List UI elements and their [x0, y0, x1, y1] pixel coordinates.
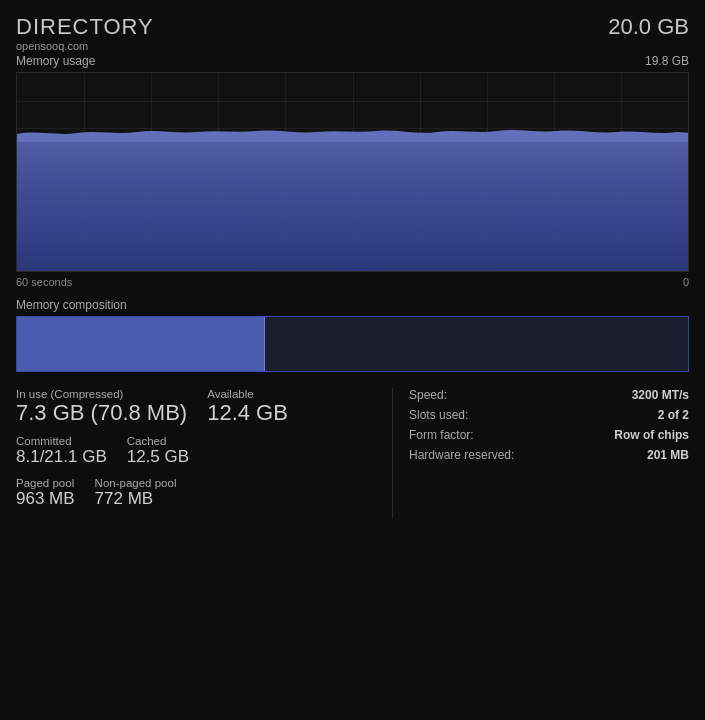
stat-non-paged-pool: Non-paged pool 772 MB	[95, 477, 177, 509]
header-row: DIRECTORY opensooq.com 20.0 GB	[16, 14, 689, 52]
paged-pool-label: Paged pool	[16, 477, 75, 489]
form-factor-label: Form factor:	[409, 428, 474, 442]
hardware-reserved-row: Hardware reserved: 201 MB	[409, 448, 689, 462]
composition-used	[17, 317, 265, 371]
memory-usage-row: Memory usage 19.8 GB	[16, 54, 689, 68]
inline-stats-top: In use (Compressed) 7.3 GB (70.8 MB) Ava…	[16, 388, 376, 435]
logo-area: DIRECTORY opensooq.com	[16, 14, 154, 52]
in-use-label: In use (Compressed)	[16, 388, 187, 400]
committed-label: Committed	[16, 435, 107, 447]
stats-left: In use (Compressed) 7.3 GB (70.8 MB) Ava…	[16, 388, 376, 519]
available-value: 12.4 GB	[207, 401, 288, 425]
stats-section: In use (Compressed) 7.3 GB (70.8 MB) Ava…	[16, 388, 689, 519]
speed-value: 3200 MT/s	[632, 388, 689, 402]
chart-time-row: 60 seconds 0	[16, 276, 689, 288]
memory-chart	[16, 72, 689, 272]
form-factor-value: Row of chips	[614, 428, 689, 442]
stat-committed: Committed 8.1/21.1 GB	[16, 435, 107, 467]
composition-label: Memory composition	[16, 298, 689, 312]
main-container: DIRECTORY opensooq.com 20.0 GB Memory us…	[0, 0, 705, 720]
slots-row: Slots used: 2 of 2	[409, 408, 689, 422]
available-label: Available	[207, 388, 288, 400]
hardware-reserved-value: 201 MB	[647, 448, 689, 462]
cached-value: 12.5 GB	[127, 448, 189, 467]
stat-cached: Cached 12.5 GB	[127, 435, 189, 467]
hardware-reserved-label: Hardware reserved:	[409, 448, 514, 462]
app-title: DIRECTORY	[16, 14, 154, 40]
total-memory-value: 20.0 GB	[608, 14, 689, 40]
composition-bar	[16, 316, 689, 372]
non-paged-pool-label: Non-paged pool	[95, 477, 177, 489]
stat-available: Available 12.4 GB	[207, 388, 288, 425]
memory-usage-value: 19.8 GB	[645, 54, 689, 68]
stats-right: Speed: 3200 MT/s Slots used: 2 of 2 Form…	[409, 388, 689, 519]
slots-value: 2 of 2	[658, 408, 689, 422]
form-factor-row: Form factor: Row of chips	[409, 428, 689, 442]
cached-label: Cached	[127, 435, 189, 447]
vertical-divider	[392, 388, 393, 519]
chart-wave	[17, 124, 689, 142]
right-stats-table: Speed: 3200 MT/s Slots used: 2 of 2 Form…	[409, 388, 689, 462]
chart-fill-area	[17, 142, 688, 271]
in-use-value: 7.3 GB (70.8 MB)	[16, 401, 187, 425]
paged-pool-value: 963 MB	[16, 490, 75, 509]
stat-paged-pool: Paged pool 963 MB	[16, 477, 75, 509]
chart-time-end: 0	[683, 276, 689, 288]
app-subtitle: opensooq.com	[16, 40, 154, 52]
inline-stats-mid: Committed 8.1/21.1 GB Cached 12.5 GB	[16, 435, 376, 477]
composition-available	[265, 317, 688, 371]
speed-label: Speed:	[409, 388, 447, 402]
slots-label: Slots used:	[409, 408, 468, 422]
non-paged-pool-value: 772 MB	[95, 490, 177, 509]
committed-value: 8.1/21.1 GB	[16, 448, 107, 467]
speed-row: Speed: 3200 MT/s	[409, 388, 689, 402]
inline-stats-bot: Paged pool 963 MB Non-paged pool 772 MB	[16, 477, 376, 519]
stat-in-use: In use (Compressed) 7.3 GB (70.8 MB)	[16, 388, 187, 425]
chart-time-start: 60 seconds	[16, 276, 72, 288]
memory-usage-label: Memory usage	[16, 54, 95, 68]
